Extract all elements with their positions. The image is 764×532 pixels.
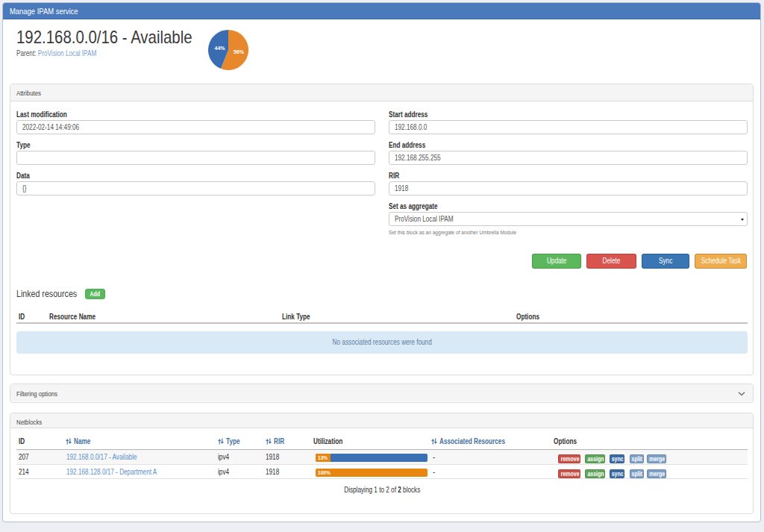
svg-text:56%: 56% — [234, 49, 245, 54]
svg-text:44%: 44% — [214, 46, 225, 51]
